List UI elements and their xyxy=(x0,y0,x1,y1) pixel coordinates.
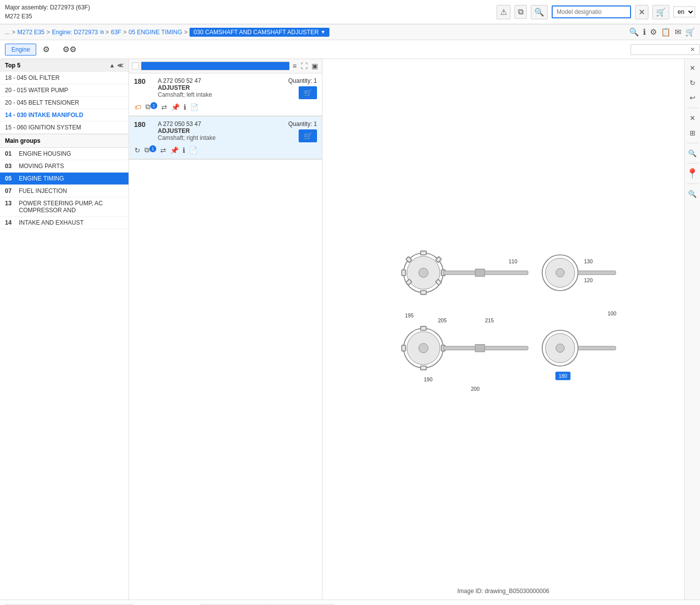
rt-close-icon[interactable]: ✕ xyxy=(686,61,700,75)
part-1-qty: Quantity: 1 🛒 xyxy=(288,77,317,99)
part-1-flag-icon[interactable]: 🏷 xyxy=(134,103,142,112)
breadcrumb-active-030[interactable]: 030 CAMSHAFT AND CAMSHAFT ADJUSTER ▼ xyxy=(190,28,329,37)
tab-engine-label: Engine xyxy=(11,46,30,53)
part-2-switch-icon[interactable]: ⇄ xyxy=(160,146,167,155)
rt-undo-icon[interactable]: ↩ xyxy=(686,91,700,105)
breadcrumb-m272[interactable]: M272 E35 xyxy=(17,29,45,36)
window-view-icon[interactable]: ▣ xyxy=(311,61,319,71)
model-label: M272 E35 xyxy=(5,12,90,21)
major-assembly-label: Major assembly: D272973 (63F) xyxy=(5,3,90,12)
top5-collapse-icon[interactable]: ▲ xyxy=(109,62,115,69)
sidebar-top5-item-3[interactable]: 20 - 045 BELT TENSIONER xyxy=(0,97,128,109)
sidebar-group-item-03[interactable]: 03 MOVING PARTS xyxy=(0,160,128,173)
breadcrumb-dropdown-icon[interactable]: ▼ xyxy=(320,29,325,35)
cart-icon[interactable]: 🛒 xyxy=(685,27,695,37)
rt-refresh-icon[interactable]: ↻ xyxy=(686,76,700,90)
tab-gear1[interactable]: ⚙ xyxy=(36,42,56,57)
part-2-doc-icon[interactable]: 📄 xyxy=(189,146,198,155)
diagram-content: 110 130 120 195 205 215 100 190 200 180 xyxy=(322,59,684,600)
part-1-doc-icon[interactable]: 📄 xyxy=(190,103,199,112)
svg-text:205: 205 xyxy=(438,318,446,323)
right-toolbar: ✕ ↻ ↩ ✕ ⊞ 🔍 📍 🔍 xyxy=(684,59,700,600)
cart-icon-btn[interactable]: 🛒 xyxy=(652,5,669,19)
svg-point-2 xyxy=(419,268,428,278)
rt-pin-icon[interactable]: 📍 xyxy=(686,167,700,181)
tab-search-input[interactable] xyxy=(631,44,700,55)
svg-text:200: 200 xyxy=(471,386,480,392)
part-2-copy-icon[interactable]: ⧉1 xyxy=(144,145,157,155)
svg-rect-11 xyxy=(443,271,528,275)
engine-copy-icon[interactable]: ⧉ xyxy=(100,29,104,35)
header-info: Major assembly: D272973 (63F) M272 E35 xyxy=(5,3,90,21)
part-2-info-icon[interactable]: ℹ xyxy=(182,146,186,155)
sidebar-group-item-01[interactable]: 01 ENGINE HOUSING xyxy=(0,148,128,160)
part-1-num: 180 xyxy=(134,77,154,85)
sidebar: Top 5 ▲ ≪ 18 - 045 OIL FILTER 20 - 015 W… xyxy=(0,59,129,600)
part-1-info-icon[interactable]: ℹ xyxy=(183,103,187,112)
sidebar-group-item-05[interactable]: 05 ENGINE TIMING xyxy=(0,173,128,185)
part-1-desc: Camshaft; left intake xyxy=(158,91,284,98)
part-2-pin-icon[interactable]: 📌 xyxy=(170,146,179,155)
part-1-name: ADJUSTER xyxy=(158,84,284,91)
language-select[interactable]: en de fr xyxy=(673,6,695,17)
svg-text:130: 130 xyxy=(584,259,593,264)
clear-search-btn[interactable]: ✕ xyxy=(635,5,648,19)
rt-zoom-out-icon[interactable]: 🔍 xyxy=(686,187,700,201)
breadcrumb: ... > M272 E35 > Engine: D272973 ⧉ > 63F… xyxy=(0,24,700,40)
sidebar-group-item-07[interactable]: 07 FUEL INJECTION xyxy=(0,185,128,197)
rt-zoom-in-icon[interactable]: 🔍 xyxy=(686,146,700,160)
part-2-actions: ↻ ⧉1 ⇄ 📌 ℹ 📄 xyxy=(134,145,317,155)
model-search-input[interactable] xyxy=(552,5,631,18)
tab-gear2[interactable]: ⚙⚙ xyxy=(56,42,83,57)
part-2-cart-btn[interactable]: 🛒 xyxy=(299,129,317,142)
header-actions: ⚠ ⧉ 🔍 ✕ 🛒 en de fr xyxy=(497,5,695,19)
sidebar-top5-item-1[interactable]: 18 - 045 OIL FILTER xyxy=(0,72,128,84)
rt-table-icon[interactable]: ⊞ xyxy=(686,126,700,140)
breadcrumb-ellipsis[interactable]: ... xyxy=(5,29,10,36)
sidebar-top5-item-5[interactable]: 15 - 060 IGNITION SYSTEM xyxy=(0,121,128,134)
svg-text:110: 110 xyxy=(509,259,517,264)
top5-close-icon[interactable]: ≪ xyxy=(117,62,124,69)
select-all-checkbox[interactable] xyxy=(132,62,139,69)
tab-search-clear-btn[interactable]: ✕ xyxy=(690,46,695,53)
rt-crosshair-icon[interactable]: ✕ xyxy=(686,111,700,125)
svg-point-28 xyxy=(556,344,564,352)
sidebar-group-item-13[interactable]: 13 POWER STEERING PUMP, AC COMPRESSOR AN… xyxy=(0,197,128,217)
sidebar-top5-item-4[interactable]: 14 - 030 INTAKE MANIFOLD xyxy=(0,109,128,121)
part-1-qty-label: Quantity: 1 xyxy=(288,77,317,84)
svg-rect-29 xyxy=(578,346,616,350)
bottom-strip: 030 CAMSHAFT AND CAMSHAFT ADJUSTER ✎ xyxy=(0,600,700,605)
filter-icon[interactable]: ⚙ xyxy=(650,27,657,37)
svg-rect-25 xyxy=(475,344,485,352)
part-1-cart-btn[interactable]: 🛒 xyxy=(299,86,317,99)
info-icon[interactable]: ℹ xyxy=(643,27,646,37)
expand-view-icon[interactable]: ⛶ xyxy=(300,61,309,71)
part-2-refresh-icon[interactable]: ↻ xyxy=(134,146,141,155)
mail-icon[interactable]: ✉ xyxy=(675,27,681,37)
svg-rect-12 xyxy=(475,269,485,276)
main-layout: Top 5 ▲ ≪ 18 - 045 OIL FILTER 20 - 015 W… xyxy=(0,59,700,600)
list-icon[interactable]: 📋 xyxy=(661,27,671,37)
svg-rect-20 xyxy=(420,326,426,330)
breadcrumb-engine[interactable]: Engine: D272973 xyxy=(52,29,98,36)
diagram-svg: 110 130 120 195 205 215 100 190 200 180 xyxy=(380,235,628,424)
top5-header-icons: ▲ ≪ xyxy=(109,62,124,69)
copy-icon-btn[interactable]: ⧉ xyxy=(514,5,527,19)
zoom-icon[interactable]: 🔍 xyxy=(629,27,639,37)
breadcrumb-05-engine[interactable]: 05 ENGINE TIMING xyxy=(128,29,182,36)
sidebar-top5-item-2[interactable]: 20 - 015 WATER PUMP xyxy=(0,84,128,97)
part-1-code: A 272 050 52 47 xyxy=(158,77,284,84)
list-view-icon[interactable]: ≡ xyxy=(292,61,298,71)
svg-point-15 xyxy=(556,268,564,277)
breadcrumb-63f[interactable]: 63F xyxy=(111,29,122,36)
warning-icon-btn[interactable]: ⚠ xyxy=(497,5,510,19)
part-row-1-header: 180 A 272 050 52 47 ADJUSTER Camshaft; l… xyxy=(134,77,317,99)
sidebar-group-item-14[interactable]: 14 INTAKE AND EXHAUST xyxy=(0,217,128,229)
center-toolbar: ≡ ⛶ ▣ xyxy=(129,59,322,73)
part-1-copy-icon[interactable]: ⧉1 xyxy=(145,102,158,112)
tab-engine[interactable]: Engine xyxy=(5,44,36,56)
part-1-switch-icon[interactable]: ⇄ xyxy=(161,103,168,112)
center-toolbar-icons: ≡ ⛶ ▣ xyxy=(292,61,319,71)
search-icon-btn[interactable]: 🔍 xyxy=(531,5,548,19)
part-1-pin-icon[interactable]: 📌 xyxy=(171,103,180,112)
